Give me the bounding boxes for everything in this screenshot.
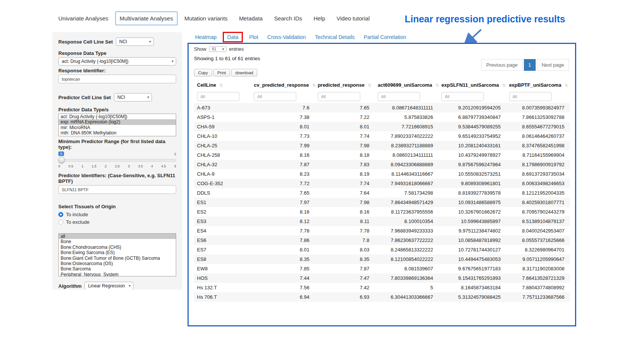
column-header[interactable]: act609699_uniSarcoma ⇅ (375, 80, 438, 90)
value-cell: 5.875833826 (375, 112, 438, 122)
listbox-option[interactable]: Bone:Ewing Sarcoma (ES) (59, 250, 176, 255)
chevron-down-icon: ▾ (172, 59, 174, 63)
value-cell: 9.53844579089255 (438, 122, 506, 131)
entries-count-value: 61 (212, 47, 216, 51)
listbox-option[interactable]: Bone (59, 239, 176, 244)
response-identifier-input[interactable] (58, 75, 176, 83)
value-cell: 10.5550832573251 (438, 169, 506, 179)
nav-item[interactable]: Univariate Analyses (54, 11, 113, 25)
listbox-option[interactable]: Bone:Osteosarcoma (OS) (59, 261, 176, 266)
column-header-label: act609699_uniSarcoma (378, 82, 432, 88)
listbox-option[interactable]: mir: MicroRNA (59, 125, 176, 130)
value-cell: 7.89023374022222 (375, 131, 438, 141)
column-filter-input[interactable] (197, 92, 239, 101)
nav-item[interactable]: Search IDs (269, 11, 306, 25)
predictor-cell-line-set-select[interactable]: NCI ▾ (114, 93, 152, 101)
value-cell: 8.37476582451998 (506, 141, 570, 150)
nav-item[interactable]: Mutation variants (180, 11, 232, 25)
column-filter-input[interactable] (378, 92, 420, 101)
nav-item[interactable]: Metadata (234, 11, 267, 25)
slider-tick-label: 2.5 (115, 164, 120, 168)
value-cell: 8.69137293735034 (506, 169, 570, 179)
table-row: COG-E-352 7.72 7.74 7.94931618066667 9.8… (194, 179, 570, 188)
results-tab[interactable]: Cross-Validation (263, 32, 311, 42)
column-filter-input[interactable] (441, 92, 484, 101)
export-button[interactable]: download (231, 69, 257, 76)
response-cell-line-set-select[interactable]: NCI ▾ (116, 37, 154, 46)
value-cell: 9.65149233754952 (438, 131, 506, 141)
response-data-type-select[interactable]: act: Drug Activity (-log10[IC50M]) ▾ (58, 57, 176, 66)
column-filter-input[interactable] (509, 92, 552, 101)
column-filter-input[interactable] (318, 92, 360, 101)
value-cell: 7.78 (315, 226, 375, 236)
table-row: CHLA-258 8.16 8.18 8.08602134111111 10.4… (194, 150, 570, 160)
listbox-option[interactable]: exp: mRNA Expression (log2) (59, 119, 176, 125)
listbox-option[interactable]: Bone:Sarcoma (59, 266, 176, 272)
results-tab[interactable]: Data (223, 32, 243, 42)
page-number-button[interactable]: 1 (524, 59, 536, 71)
value-cell: 8.12121952004335 (506, 188, 570, 198)
cell-line-cell: CHLA-25 (194, 141, 251, 150)
value-cell: 8.01 (251, 245, 314, 254)
entries-count-select[interactable]: 61 ▾ (209, 46, 227, 52)
value-cell: 7.6 (251, 103, 314, 112)
listbox-option[interactable]: Bone:Giant Cell Tumor of Bone (GCTB) Sar… (59, 256, 176, 261)
listbox-option[interactable]: act: Drug Activity (-log10[IC50M]) (59, 114, 176, 119)
value-cell: 8.12 (251, 217, 314, 226)
tissue-radio[interactable]: To include (58, 212, 176, 217)
column-header[interactable]: expBPTF_uniSarcoma ⇅ (506, 80, 570, 90)
nav-item[interactable]: Help (309, 11, 330, 25)
results-tab[interactable]: Heatmap (191, 32, 221, 42)
tissue-radio[interactable]: To exclude (58, 219, 176, 225)
slider-tick-label: 4.5 (161, 164, 166, 168)
sort-icon: ⇅ (502, 83, 506, 87)
listbox-option[interactable]: Peripheral_Nervous_System (59, 272, 176, 276)
cell-line-cell: CHLA-10 (194, 131, 251, 141)
export-button[interactable]: Copy (194, 69, 212, 76)
cell-line-cell: ES4 (194, 226, 251, 236)
nav-item[interactable]: Multivariate Analyses (115, 11, 178, 25)
slider-tick-label: 1.5 (92, 164, 97, 168)
export-button[interactable]: Print (213, 69, 230, 76)
results-tab[interactable]: Technical Details (310, 32, 359, 42)
predictor-identifiers-input[interactable] (58, 185, 176, 194)
sort-icon: ⇅ (312, 83, 316, 87)
results-tab[interactable]: Plot (244, 32, 263, 42)
slider-handle[interactable] (58, 157, 65, 163)
column-header[interactable]: cv_predicted_response ⇅ (251, 80, 314, 90)
nav-item[interactable]: Video tutorial (332, 11, 374, 25)
tissue-listbox[interactable]: allBoneBone:Chondrosarcoma (CHS)Bone:Ewi… (58, 233, 176, 276)
algorithm-select[interactable]: Linear Regression ▾ (84, 282, 133, 290)
slider-value-badge: 0 (58, 151, 64, 156)
value-cell: 7.7216608915 (375, 122, 438, 131)
value-cell: 7.86 (251, 236, 314, 245)
min-range-slider: 0 5 00.511.522.533.544.55 (58, 151, 176, 170)
value-cell: 7.87 (251, 160, 314, 169)
previous-page-button[interactable]: Previous page (481, 59, 522, 71)
value-cell: 10.2081240433161 (438, 141, 506, 150)
results-tab[interactable]: Partial Correlation (359, 32, 411, 42)
column-header[interactable]: predicted_response ⇅ (315, 80, 375, 90)
value-cell: 8.1645873463184 (438, 283, 506, 292)
chevron-down-icon: ▾ (147, 95, 149, 99)
next-page-button[interactable]: Next page (537, 59, 569, 71)
column-header[interactable]: expSLFN11_uniSarcoma ⇅ (438, 80, 506, 90)
value-cell: 7.73 (251, 131, 314, 141)
slider-track[interactable] (58, 159, 176, 162)
listbox-option[interactable]: all (59, 234, 176, 239)
value-cell: 8.11 (315, 217, 375, 226)
value-cell: 8.35 (251, 254, 314, 264)
cell-line-cell: EW8 (194, 264, 251, 273)
listbox-option[interactable]: mth: DNA 850K Methylation (59, 130, 176, 136)
predictor-data-type-listbox[interactable]: act: Drug Activity (-log10[IC50M])exp: m… (58, 114, 176, 136)
value-cell: 7.99 (251, 141, 314, 150)
value-cell: 8.71164155969904 (506, 150, 570, 160)
column-filter-input[interactable] (254, 92, 296, 101)
value-cell: 7.22 (315, 112, 375, 122)
column-header[interactable]: CellLine ⇅ (194, 80, 251, 90)
listbox-option[interactable]: Bone:Chondrosarcoma (CHS) (59, 245, 176, 250)
sort-icon: ⇅ (564, 83, 568, 87)
value-cell: 7.65 (315, 103, 375, 112)
value-cell: 7.86434948571429 (375, 198, 438, 207)
value-cell: 8.17986900919792 (506, 160, 570, 169)
